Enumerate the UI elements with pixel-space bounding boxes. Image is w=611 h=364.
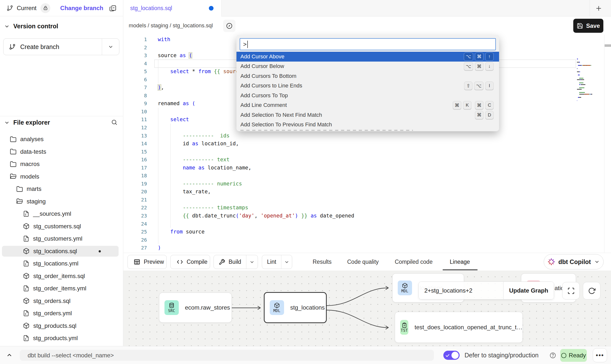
compile-button[interactable]: Compile [170,255,210,269]
folder-icon [10,148,17,155]
update-graph-button[interactable]: Update Graph [503,282,554,299]
file-label: stg_products.yml [33,335,78,342]
file-tree-item-marts[interactable]: marts [0,183,123,195]
file-tree-item-stg-customers-sql[interactable]: stg_customers.sql [0,220,123,233]
file-explorer-section-header[interactable]: File explorer [4,119,50,126]
line-number: 13 [123,132,147,140]
new-tab-button[interactable] [594,3,604,13]
file-tree-item-models[interactable]: models [0,170,123,183]
file-tree-item--sources-yml[interactable]: __sources.yml [0,208,123,220]
copy-icon[interactable] [109,4,117,12]
palette-item[interactable]: Add Selection To Previous Find Match [236,120,499,130]
keycap: ⌘ [475,52,484,61]
tab-stg-locations-sql[interactable]: stg_locations.sql [123,0,222,17]
palette-item[interactable]: Add Cursor Above⌥⌘↑ [236,52,499,62]
help-icon[interactable] [549,352,556,359]
lint-dropdown[interactable] [281,255,292,269]
lineage-selector-input[interactable]: 2+stg_locations+2 [419,282,503,299]
create-branch-dropdown[interactable] [102,39,119,55]
lineage-node-test[interactable]: TST test_does_location_opened_at_trunc_t… [395,312,523,343]
panel-tab-results[interactable]: Results [313,253,332,271]
lineage-node-stg-locations[interactable]: MDL stg_locations [264,292,327,323]
line-number: 26 [123,236,147,244]
build-button[interactable]: Build [214,255,258,269]
code-token [158,116,170,122]
version-control-section-header[interactable]: Version control [4,23,58,30]
dbt-copilot-button[interactable]: dbt Copilot [544,254,604,269]
lineage-canvas[interactable]: SRC ecom.raw_stores MDL stg_locations MD… [123,271,611,346]
minimap-slider[interactable] [605,44,611,47]
palette-item[interactable]: Add Cursors to Line Ends⇧⌥I [236,81,499,91]
git-branch-icon [9,43,16,50]
file-tree-item-data-tests[interactable]: data-tests [0,146,123,158]
command-palette-input[interactable]: > [240,38,496,50]
lint-button[interactable]: Lint [262,255,292,269]
palette-item-label: Add Cursor Above [240,53,460,60]
minimap-line [577,65,592,66]
palette-item[interactable]: Add Cursors To Top [236,91,499,100]
file-label: stg_orders.sql [33,298,71,304]
defer-toggle[interactable] [443,351,460,360]
chevron-up-icon[interactable] [6,352,13,359]
file-tree-item-stg-locations-sql[interactable]: stg_locations.sql [0,245,123,258]
docs-compass-icon[interactable] [223,20,235,32]
lineage-selector-bar: 2+stg_locations+2 Update Graph [418,281,554,299]
search-icon[interactable] [111,119,118,126]
file-icon [23,335,29,341]
minimap[interactable] [577,59,593,102]
palette-item[interactable]: Add Cursor Below⌥⌘↓ [236,62,499,71]
code-token: ) [158,245,161,251]
palette-item[interactable]: Add Cursors To Bottom [236,71,499,81]
change-branch-link[interactable]: Change branch [60,5,103,12]
shortcut-key-group: ⇧⌥I [464,82,494,90]
more-options-button[interactable]: ••• [593,348,607,362]
code-token [158,133,183,139]
palette-item[interactable]: Add Selection To Next Find Match⌘D [236,110,499,120]
dbt-command-input[interactable]: dbt build --select <model_name> [20,350,434,361]
lineage-node-source[interactable]: SRC ecom.raw_stores [159,293,232,323]
file-tree-item-staging[interactable]: staging [0,195,123,208]
code-token: 'opened_at' [261,213,295,219]
build-dropdown[interactable] [246,255,258,269]
create-branch-button[interactable]: Create branch [3,38,119,55]
minimap-line [577,70,592,70]
breadcrumb: models / staging / stg_locations.sql [129,17,213,34]
file-tree-item-stg-products-sql[interactable]: stg_products.sql [0,320,123,332]
divider [0,116,123,116]
panel-tab-lineage[interactable]: Lineage [450,253,470,271]
code-token: ---------- ids [183,133,230,139]
save-button[interactable]: Save [573,19,603,33]
minimap-line [577,59,592,59]
refresh-button[interactable] [583,282,600,299]
code-token: select [170,68,189,74]
panel-tab-code-quality[interactable]: Code quality [347,253,379,271]
file-tree-item-stg-locations-yml[interactable]: stg_locations.yml [0,257,123,270]
file-tree-item-stg-products-yml[interactable]: stg_products.yml [0,332,123,345]
file-tree-item-analyses[interactable]: analyses [0,133,123,146]
code-line-22: ---------- timestamps [158,204,576,212]
code-token: 'day' [239,213,254,219]
file-icon [23,260,29,267]
badge-text: TST [401,328,408,333]
panel-tab-compiled-code[interactable]: Compiled code [395,253,432,271]
file-icon [23,235,29,242]
file-tree-item-stg-order-items-sql[interactable]: stg_order_items.sql [0,270,123,282]
line-number: 11 [123,116,147,124]
folder-icon [16,186,23,192]
status-ring-icon [561,353,566,358]
code-token [158,213,183,219]
preview-button[interactable]: Preview [127,255,167,269]
divider [604,34,604,253]
file-tree-item-stg-customers-yml[interactable]: stg_customers.yml [0,232,123,245]
file-tree-item-macros[interactable]: macros [0,158,123,170]
line-number: 27 [123,244,147,252]
palette-item[interactable]: Add Line Comment⌘K⌘C [236,100,499,110]
fullscreen-button[interactable] [562,282,580,299]
code-line-14: id as location_id, [158,140,576,148]
status-ready-badge[interactable]: Ready [560,349,587,362]
code-token: as [198,165,204,171]
shortcut-key-group: ⌘K [453,101,471,109]
file-tree-item-stg-orders-sql[interactable]: stg_orders.sql [0,295,123,307]
file-tree-item-stg-orders-yml[interactable]: stg_orders.yml [0,307,123,320]
file-tree-item-stg-order-items-yml[interactable]: stg_order_items.yml [0,282,123,295]
